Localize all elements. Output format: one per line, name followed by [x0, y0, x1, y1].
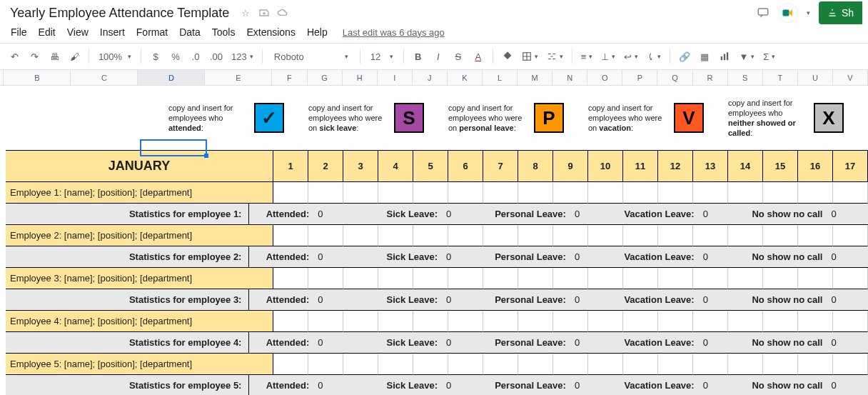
- column-header-E[interactable]: E: [205, 70, 272, 85]
- percent-button[interactable]: %: [167, 47, 184, 66]
- attendance-cell[interactable]: [518, 225, 553, 246]
- attendance-cell[interactable]: [553, 225, 588, 246]
- attendance-cell[interactable]: [308, 182, 343, 204]
- attendance-cell[interactable]: [448, 311, 483, 332]
- attendance-cell[interactable]: [693, 268, 728, 289]
- attendance-cell[interactable]: [378, 182, 413, 204]
- attendance-cell[interactable]: [483, 354, 518, 375]
- last-edit-link[interactable]: Last edit was 6 days ago: [343, 27, 445, 38]
- font-size-select[interactable]: 12: [366, 47, 398, 66]
- attendance-cell[interactable]: [448, 354, 483, 375]
- attendance-cell[interactable]: [273, 225, 308, 246]
- attendance-cell[interactable]: [343, 225, 378, 246]
- valign-button[interactable]: ⊥: [598, 47, 618, 66]
- attendance-cell[interactable]: [553, 268, 588, 289]
- attendance-cell[interactable]: [518, 182, 553, 204]
- active-cell-indicator[interactable]: [140, 139, 207, 156]
- attendance-cell[interactable]: [273, 354, 308, 375]
- attendance-cell[interactable]: [518, 354, 553, 375]
- attendance-cell[interactable]: [623, 354, 658, 375]
- attendance-cell[interactable]: [448, 182, 483, 204]
- column-header-T[interactable]: T: [763, 70, 798, 85]
- attendance-cell[interactable]: [413, 354, 448, 375]
- attendance-cell[interactable]: [728, 182, 763, 204]
- attendance-cell[interactable]: [483, 268, 518, 289]
- column-header-S[interactable]: S: [728, 70, 763, 85]
- attendance-cell[interactable]: [448, 268, 483, 289]
- column-header-V[interactable]: V: [833, 70, 868, 85]
- attendance-cell[interactable]: [693, 182, 728, 204]
- link-button[interactable]: 🔗: [676, 47, 693, 66]
- column-header-B[interactable]: B: [4, 70, 71, 85]
- menu-insert[interactable]: Insert: [95, 24, 130, 41]
- italic-button[interactable]: I: [430, 47, 447, 66]
- borders-button[interactable]: [519, 47, 541, 66]
- attendance-cell[interactable]: [763, 225, 798, 246]
- attendance-cell[interactable]: [728, 354, 763, 375]
- attendance-cell[interactable]: [623, 311, 658, 332]
- attendance-cell[interactable]: [308, 354, 343, 375]
- comment-button[interactable]: ▦: [696, 47, 713, 66]
- attendance-cell[interactable]: [588, 225, 623, 246]
- attendance-cell[interactable]: [693, 311, 728, 332]
- attendance-cell[interactable]: [763, 268, 798, 289]
- column-header-F[interactable]: F: [272, 70, 307, 85]
- star-icon[interactable]: ☆: [239, 6, 252, 19]
- menu-extensions[interactable]: Extensions: [241, 24, 300, 41]
- rotate-button[interactable]: ⤹: [644, 47, 664, 66]
- attendance-cell[interactable]: [693, 354, 728, 375]
- attendance-cell[interactable]: [308, 311, 343, 332]
- attendance-cell[interactable]: [658, 311, 693, 332]
- attendance-cell[interactable]: [308, 268, 343, 289]
- attendance-cell[interactable]: [623, 182, 658, 204]
- attendance-cell[interactable]: [798, 354, 833, 375]
- attendance-cell[interactable]: [343, 182, 378, 204]
- menu-view[interactable]: View: [62, 24, 94, 41]
- employee-row-1[interactable]: Employee 1: [name]; [position]; [departm…: [6, 182, 273, 204]
- attendance-cell[interactable]: [798, 182, 833, 204]
- column-header-K[interactable]: K: [448, 70, 483, 85]
- fill-color-button[interactable]: [499, 47, 516, 66]
- attendance-cell[interactable]: [483, 311, 518, 332]
- column-header-N[interactable]: N: [552, 70, 587, 85]
- attendance-cell[interactable]: [833, 311, 868, 332]
- text-color-button[interactable]: A: [470, 47, 487, 66]
- currency-button[interactable]: $: [147, 47, 164, 66]
- attendance-cell[interactable]: [833, 268, 868, 289]
- wrap-button[interactable]: ↩: [621, 47, 641, 66]
- menu-tools[interactable]: Tools: [207, 24, 241, 41]
- column-header-H[interactable]: H: [343, 70, 378, 85]
- menu-help[interactable]: Help: [302, 24, 333, 41]
- attendance-cell[interactable]: [483, 225, 518, 246]
- attendance-cell[interactable]: [378, 268, 413, 289]
- paint-format-button[interactable]: 🖌: [66, 47, 83, 66]
- merge-button[interactable]: [544, 47, 566, 66]
- column-header-M[interactable]: M: [518, 70, 552, 85]
- menu-file[interactable]: File: [6, 24, 32, 41]
- attendance-cell[interactable]: [413, 182, 448, 204]
- comment-history-icon[interactable]: [757, 6, 769, 19]
- meet-icon[interactable]: [778, 3, 798, 23]
- attendance-cell[interactable]: [378, 354, 413, 375]
- attendance-cell[interactable]: [763, 354, 798, 375]
- share-button[interactable]: Sh: [819, 1, 862, 24]
- attendance-cell[interactable]: [308, 225, 343, 246]
- column-header-C[interactable]: C: [71, 70, 138, 85]
- attendance-cell[interactable]: [588, 182, 623, 204]
- attendance-cell[interactable]: [833, 182, 868, 204]
- attendance-cell[interactable]: [658, 354, 693, 375]
- strike-button[interactable]: S: [450, 47, 467, 66]
- attendance-cell[interactable]: [728, 311, 763, 332]
- bold-button[interactable]: B: [410, 47, 427, 66]
- attendance-cell[interactable]: [798, 311, 833, 332]
- attendance-cell[interactable]: [343, 354, 378, 375]
- document-title[interactable]: Yearly Employee Attendance Template: [6, 4, 233, 22]
- attendance-cell[interactable]: [553, 311, 588, 332]
- attendance-cell[interactable]: [693, 225, 728, 246]
- attendance-cell[interactable]: [658, 225, 693, 246]
- attendance-cell[interactable]: [518, 268, 553, 289]
- sheet-area[interactable]: copy and insert for employees who attend…: [0, 86, 868, 395]
- employee-row-3[interactable]: Employee 3: [name]; [position]; [departm…: [6, 268, 273, 289]
- redo-button[interactable]: ↷: [26, 47, 43, 66]
- attendance-cell[interactable]: [763, 311, 798, 332]
